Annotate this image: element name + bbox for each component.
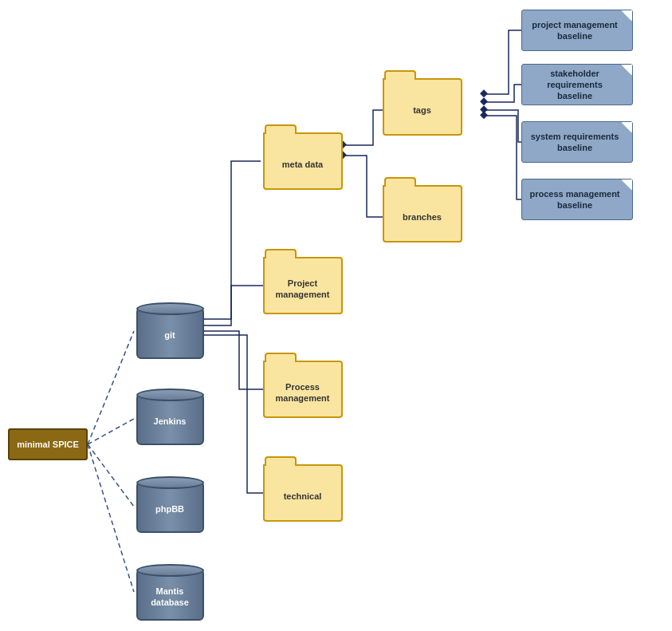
phpbb-node: phpBB (134, 479, 206, 534)
project-mgmt-baseline-label: project management baseline (529, 19, 621, 42)
project-mgmt-baseline-doc: project management baseline (521, 10, 633, 51)
branches-folder: branches (380, 182, 464, 246)
svg-rect-11 (480, 97, 488, 105)
svg-rect-10 (480, 89, 488, 97)
tags-folder: tags (380, 75, 464, 139)
system-req-baseline-doc: system requirements baseline (521, 121, 633, 163)
minimal-spice-node: minimal SPICE (8, 428, 88, 460)
tags-label: tags (413, 105, 431, 116)
git-node: git (134, 305, 206, 361)
mantis-node: Mantis database (134, 566, 206, 622)
process-management-folder: Process management (261, 357, 344, 421)
jenkins-node: Jenkins (134, 391, 206, 447)
metadata-folder: meta data (261, 129, 344, 193)
system-req-baseline-label: system requirements baseline (529, 131, 621, 154)
project-management-folder: Project management (261, 254, 344, 317)
svg-rect-13 (480, 111, 488, 119)
technical-folder: technical (261, 461, 344, 525)
minimal-spice-label: minimal SPICE (17, 440, 79, 449)
branches-label: branches (403, 211, 442, 223)
stakeholder-req-baseline-label: stakeholder requirements baseline (529, 68, 621, 102)
process-mgmt-baseline-label: process management baseline (529, 188, 621, 211)
git-label: git (164, 329, 175, 341)
svg-line-3 (88, 444, 134, 592)
metadata-label: meta data (282, 159, 323, 170)
technical-label: technical (284, 491, 322, 502)
phpbb-label: phpBB (155, 503, 184, 515)
svg-rect-12 (480, 105, 488, 113)
process-mgmt-baseline-doc: process management baseline (521, 179, 633, 220)
jenkins-label: Jenkins (154, 416, 187, 427)
svg-line-0 (88, 331, 134, 444)
stakeholder-req-baseline-doc: stakeholder requirements baseline (521, 64, 633, 105)
process-management-label: Process management (265, 381, 341, 404)
svg-line-1 (88, 419, 134, 444)
mantis-label: Mantis database (138, 586, 202, 609)
project-management-label: Project management (265, 278, 341, 301)
svg-line-2 (88, 444, 134, 507)
